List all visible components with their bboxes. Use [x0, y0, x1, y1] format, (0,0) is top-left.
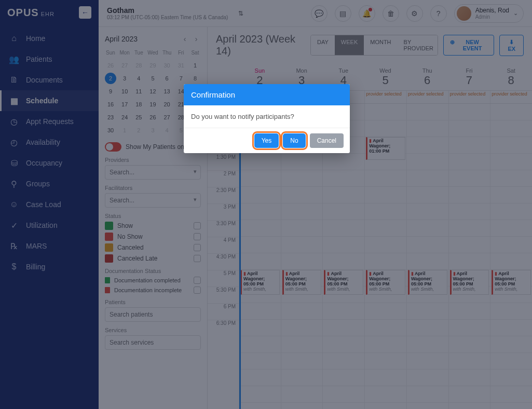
dialog-title: Confirmation: [184, 84, 350, 105]
dialog-cancel-button[interactable]: Cancel: [310, 133, 344, 148]
confirmation-dialog: Confirmation Do you want to notify parti…: [184, 84, 350, 153]
modal-overlay: [0, 0, 532, 409]
dialog-no-button[interactable]: No: [283, 133, 305, 148]
dialog-message: Do you want to notify participants?: [184, 105, 350, 128]
dialog-yes-button[interactable]: Yes: [254, 133, 279, 148]
